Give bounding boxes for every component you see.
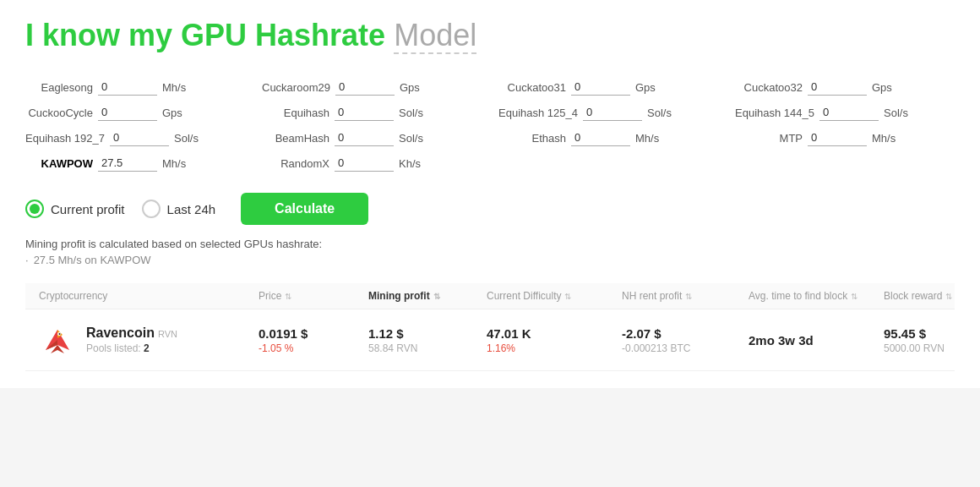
price-cell: 0.0191 $-1.05 % [259,326,368,354]
hashrate-input-kawpow[interactable] [98,155,157,172]
sort-icon: ⇅ [851,292,858,301]
hashrate-input-equihash192_7[interactable] [110,129,169,146]
sort-icon: ⇅ [685,292,692,301]
ravencoin-icon [39,321,76,358]
col-header-price[interactable]: Price ⇅ [259,290,368,302]
sort-icon: ⇅ [945,292,952,301]
coin-cell: RavencoinRVNPools listed: 2 [39,321,259,358]
info-line1: Mining profit is calculated based on sel… [25,238,955,250]
hashrate-item-kawpow: KAWPOWMh/s [25,155,245,172]
nh-rent-cell: -2.07 $-0.000213 BTC [622,326,749,354]
hashrate-input-ethash[interactable] [571,129,630,146]
sort-icon: ⇅ [433,292,440,301]
radio-last24h[interactable]: Last 24h [142,200,216,218]
calculate-button[interactable]: Calculate [241,193,368,225]
hashrate-grid: EaglesongMh/sCuckaroom29GpsCuckatoo31Gps… [25,79,955,172]
hashrate-input-equihash144_5[interactable] [819,104,879,121]
profit-cell: 1.12 $58.84 RVN [368,326,487,354]
controls-row: Current profit Last 24h Calculate [25,193,955,225]
hashrate-input-eaglesong[interactable] [98,79,157,96]
col-header-avg.timetofindblock[interactable]: Avg. time to find block ⇅ [749,290,884,302]
table-header: CryptocurrencyPrice ⇅Mining profit ⇅Curr… [25,283,955,309]
block-reward-cell: 95.45 $5000.00 RVN [884,326,980,354]
table-row[interactable]: RavencoinRVNPools listed: 20.0191 $-1.05… [25,309,955,371]
sort-icon: ⇅ [285,292,291,301]
hashrate-item-cuckatoo32: Cuckatoo32Gps [735,79,955,96]
hashrate-item-cuckaroom29: Cuckaroom29Gps [262,79,482,96]
difficulty-cell: 47.01 K1.16% [487,326,622,354]
hashrate-item-equihash144_5: Equihash 144_5Sol/s [735,104,955,121]
svg-point-5 [59,333,61,335]
hashrate-input-equihash[interactable] [335,104,394,121]
hashrate-input-cuckatoo32[interactable] [808,79,867,96]
hashrate-item-equihash192_7: Equihash 192_7Sol/s [25,129,245,146]
hashrate-input-beamhash[interactable] [335,129,394,146]
col-header-miningprofit[interactable]: Mining profit ⇅ [368,290,487,302]
title-gray-part: Model [394,18,476,54]
hashrate-item-equihash: EquihashSol/s [262,104,482,121]
hashrate-item-equihash125_4: Equihash 125_4Sol/s [498,104,718,121]
table-body: RavencoinRVNPools listed: 20.0191 $-1.05… [25,309,955,371]
radio-circle-last24h [142,200,161,218]
coin-pools: Pools listed: 2 [86,342,177,354]
col-header-cryptocurrency: Cryptocurrency [39,290,259,302]
radio-label-last24h: Last 24h [167,202,216,216]
page-title: I know my GPU Hashrate Model [25,17,955,53]
sort-icon: ⇅ [564,292,571,301]
hashrate-input-cuckaroom29[interactable] [335,79,395,96]
hashrate-item-ethash: EthashMh/s [498,129,718,146]
hashrate-input-cuckatoo31[interactable] [571,79,630,96]
hashrate-item-cuckatoo31: Cuckatoo31Gps [498,79,718,96]
col-header-nhrentprofit[interactable]: NH rent profit ⇅ [622,290,749,302]
col-header-currentdifficulty[interactable]: Current Difficulty ⇅ [487,290,622,302]
hashrate-input-cuckoocycle[interactable] [98,104,157,121]
hashrate-item-beamhash: BeamHashSol/s [262,129,482,146]
hashrate-item-mtp: MTPMh/s [735,129,955,146]
hashrate-item-randomx: RandomXKh/s [262,155,482,172]
coin-name: RavencoinRVN [86,326,177,341]
coin-info: RavencoinRVNPools listed: 2 [86,326,177,354]
info-line2: 27.5 Mh/s on KAWPOW [25,254,955,266]
radio-current-profit[interactable]: Current profit [25,200,125,218]
title-green-part: I know my GPU Hashrate [25,18,385,52]
hashrate-input-equihash125_4[interactable] [583,104,642,121]
radio-circle-current [25,200,44,218]
col-header-blockreward[interactable]: Block reward ⇅ [884,290,980,302]
hashrate-item-cuckoocycle: CuckooCycleGps [25,104,245,121]
radio-label-current: Current profit [51,202,125,216]
hashrate-item-eaglesong: EaglesongMh/s [25,79,245,96]
time-cell: 2mo 3w 3d [749,333,884,347]
radio-dot-current [30,204,40,214]
hashrate-input-randomx[interactable] [335,155,394,172]
hashrate-input-mtp[interactable] [808,129,867,146]
